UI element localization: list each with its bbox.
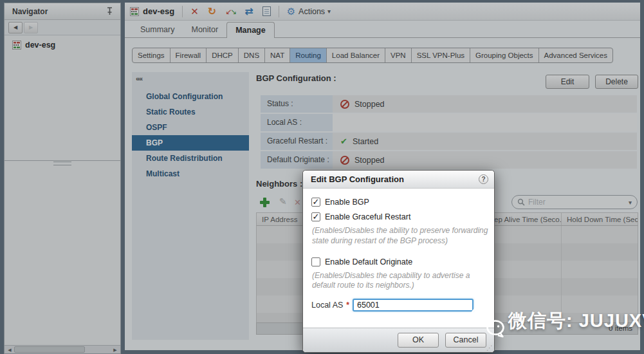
enable-default-originate-label: Enable Default Originate — [325, 257, 412, 266]
dialog-body: ✓ Enable BGP ✓ Enable Graceful Restart (… — [303, 189, 494, 328]
edit-bgp-configuration-dialog: Edit BGP Configuration ? ✓ Enable BGP ✓ … — [302, 170, 495, 353]
local-as-row: Local AS * — [311, 299, 486, 312]
enable-graceful-restart-checkbox[interactable]: ✓ — [311, 212, 320, 221]
enable-bgp-label: Enable BGP — [325, 198, 369, 207]
enable-bgp-checkbox[interactable]: ✓ — [311, 198, 320, 207]
enable-default-originate-checkbox[interactable] — [311, 257, 320, 266]
default-originate-note: (Enables/Disables the capability to adve… — [312, 271, 488, 292]
ok-button[interactable]: OK — [398, 333, 439, 348]
enable-graceful-restart-label: Enable Graceful Restart — [325, 212, 410, 221]
dialog-titlebar[interactable]: Edit BGP Configuration ? — [303, 171, 494, 189]
help-icon[interactable]: ? — [479, 174, 488, 184]
local-as-label: Local AS — [311, 301, 343, 310]
enable-default-originate-row: Enable Default Originate — [311, 257, 486, 266]
watermark: 微信号: JUJUXV — [468, 301, 644, 341]
enable-bgp-row: ✓ Enable BGP — [311, 198, 486, 207]
dialog-title: Edit BGP Configuration — [311, 171, 404, 188]
resize-grip[interactable]: ⋰ — [486, 344, 493, 351]
required-asterisk: * — [346, 301, 349, 310]
enable-graceful-restart-row: ✓ Enable Graceful Restart — [311, 212, 486, 221]
watermark-text: 微信号: JUJUXV — [508, 308, 644, 334]
local-as-input[interactable] — [353, 299, 474, 312]
wechat-icon — [468, 301, 506, 341]
dialog-footer: OK Cancel ⋰ — [303, 328, 494, 352]
graceful-restart-note: (Enables/Disables the ability to preserv… — [312, 226, 488, 247]
